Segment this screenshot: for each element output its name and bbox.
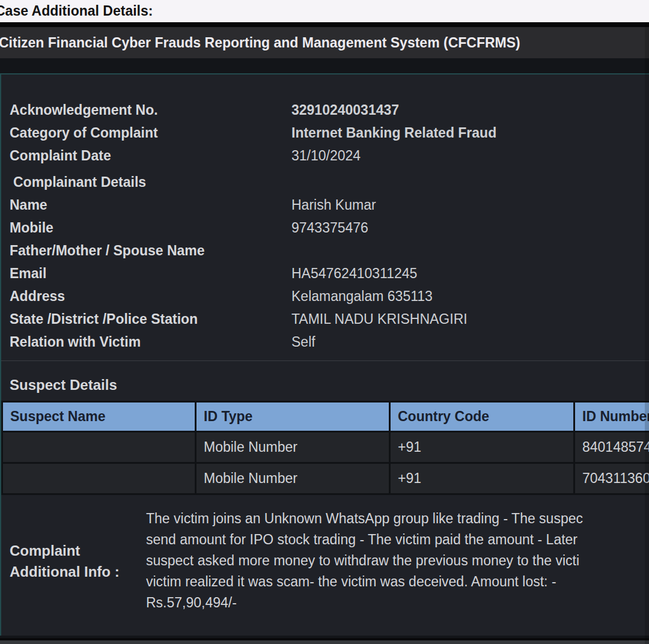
father-mother-spouse-label: Father/Mother / Spouse Name (10, 239, 291, 262)
field-row-relation-with-victim: Relation with Victim Self (10, 330, 649, 353)
field-row-complaint-date: Complaint Date 31/10/2024 (10, 144, 649, 167)
complaint-date-value: 31/10/2024 (291, 144, 361, 167)
field-row-address: Address Kelamangalam 635113 (10, 285, 649, 308)
complainant-details-section: Acknowledgement No. 32910240031437 Categ… (1, 74, 649, 361)
field-row-mobile: Mobile 9743375476 (10, 216, 649, 239)
suspect-name-cell (2, 463, 196, 494)
address-value: Kelamangalam 635113 (291, 285, 433, 308)
email-label: Email (10, 262, 291, 285)
table-row: Mobile Number +91 7043113606 (2, 463, 649, 494)
acknowledgement-no-value: 32910240031437 (291, 99, 399, 121)
name-value: Harish Kumar (291, 193, 376, 216)
complaint-info-line: send amount for IPO stock trading - The … (146, 529, 649, 550)
complaint-info-line: suspect asked more money to withdraw the… (146, 550, 649, 571)
complaint-additional-info-section: Complaint Additional Info : The victim j… (1, 495, 649, 613)
field-row-category: Category of Complaint Internet Banking R… (10, 121, 649, 144)
complainant-details-subheading: Complainant Details (10, 171, 649, 193)
case-additional-details-strip: Case Additional Details: (0, 0, 649, 22)
table-row: Mobile Number +91 8401485744 (2, 432, 649, 463)
suspect-details-heading: Suspect Details (1, 361, 649, 401)
id-type-cell: Mobile Number (196, 432, 390, 463)
state-district-ps-label: State /District /Police Station (10, 308, 291, 330)
field-row-name: Name Harish Kumar (10, 193, 649, 216)
suspect-details-table: Suspect Name ID Type Country Code ID Num… (1, 401, 649, 495)
complaint-additional-info-label: Complaint Additional Info : (10, 540, 146, 582)
category-value: Internet Banking Related Fraud (291, 121, 496, 144)
suspect-name-cell (2, 432, 196, 463)
relation-with-victim-label: Relation with Victim (10, 330, 291, 353)
case-additional-details-label: Case Additional Details: (0, 3, 153, 19)
field-row-acknowledgement-no: Acknowledgement No. 32910240031437 (10, 99, 649, 121)
id-type-cell: Mobile Number (196, 463, 390, 494)
acknowledgement-no-label: Acknowledgement No. (10, 99, 291, 121)
cfcfrms-header-bar: Citizen Financial Cyber Frauds Reporting… (0, 27, 649, 58)
email-value: HA54762410311245 (291, 262, 417, 285)
complaint-info-line: Rs.57,90,494/- (146, 592, 649, 613)
complaint-additional-info-text: The victim joins an Unknown WhatsApp gro… (146, 508, 649, 613)
id-number-cell: 7043113606 (574, 463, 649, 494)
column-header-country-code: Country Code (390, 402, 574, 432)
complaint-info-line: The victim joins an Unknown WhatsApp gro… (146, 508, 649, 529)
suspect-table-header-row: Suspect Name ID Type Country Code ID Num… (2, 402, 649, 432)
case-details-panel: Acknowledgement No. 32910240031437 Categ… (0, 73, 649, 636)
field-row-email: Email HA54762410311245 (10, 262, 649, 285)
complaint-info-line: victim realized it was scam- the victim … (146, 571, 649, 592)
complaint-label-line1: Complaint (10, 540, 146, 561)
name-label: Name (10, 193, 291, 216)
field-row-father-mother-spouse: Father/Mother / Spouse Name (10, 239, 649, 262)
category-label: Category of Complaint (10, 121, 291, 144)
column-header-suspect-name: Suspect Name (2, 402, 196, 432)
country-code-cell: +91 (390, 463, 574, 494)
country-code-cell: +91 (390, 432, 574, 463)
mobile-label: Mobile (10, 216, 291, 239)
complaint-label-line2: Additional Info : (10, 561, 146, 582)
mobile-value: 9743375476 (291, 216, 368, 239)
address-label: Address (10, 285, 291, 308)
bottom-strip (0, 638, 649, 644)
top-divider (0, 22, 649, 27)
column-header-id-type: ID Type (196, 402, 390, 432)
column-header-id-number: ID Number (574, 402, 649, 432)
complaint-date-label: Complaint Date (10, 144, 291, 167)
field-row-state-district-ps: State /District /Police Station TAMIL NA… (10, 308, 649, 330)
id-number-cell: 8401485744 (574, 432, 649, 463)
relation-with-victim-value: Self (291, 330, 315, 353)
state-district-ps-value: TAMIL NADU KRISHNAGIRI (291, 308, 468, 330)
cfcfrms-title: Citizen Financial Cyber Frauds Reporting… (0, 35, 520, 51)
